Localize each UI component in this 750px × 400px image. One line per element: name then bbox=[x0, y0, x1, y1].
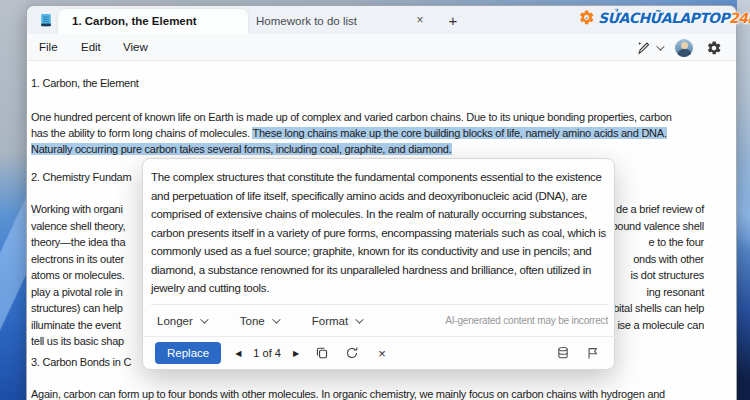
doc-occluded-right-7: rbital shells can help bbox=[610, 300, 704, 316]
dismiss-popup-icon[interactable]: × bbox=[371, 342, 393, 364]
rewrite-line-5: commonly used as a fuel source; graphite… bbox=[151, 242, 607, 261]
doc-paragraph1-line2: has the ability to form long chains of m… bbox=[31, 125, 667, 141]
doc-heading-2: 2. Chemistry Fundam bbox=[31, 169, 131, 185]
doc-occluded-left-8: illuminate the event bbox=[31, 317, 121, 333]
chevron-down-icon bbox=[656, 42, 664, 50]
doc-occluded-right-6: ing resonant bbox=[646, 284, 704, 300]
doc-occluded-left-1: Working with organi bbox=[31, 201, 123, 217]
rewrite-options-row: Longer Tone Format AI-generated content … bbox=[151, 305, 608, 336]
doc-occluded-right-3: e to the four bbox=[649, 234, 704, 250]
stack-icon[interactable] bbox=[552, 342, 574, 364]
format-dropdown[interactable]: Format bbox=[306, 311, 367, 331]
rewrite-action-row: Replace ◀ 1 of 4 ▶ × bbox=[155, 337, 604, 369]
length-dropdown[interactable]: Longer bbox=[151, 311, 212, 331]
previous-suggestion-icon[interactable]: ◀ bbox=[231, 345, 245, 362]
doc-line2-normal: has the ability to form long chains of m… bbox=[31, 127, 252, 139]
doc-occluded-right-8: ise a molecule can bbox=[617, 317, 704, 333]
menu-edit[interactable]: Edit bbox=[73, 34, 109, 61]
doc-paragraph1-line3: Naturally occurring pure carbon takes se… bbox=[31, 141, 452, 157]
desktop-wallpaper-left-strip bbox=[0, 0, 26, 400]
doc-heading-1: 1. Carbon, the Element bbox=[31, 75, 139, 91]
regenerate-icon[interactable] bbox=[341, 342, 363, 364]
new-tab-button[interactable]: + bbox=[442, 10, 464, 32]
rewrite-line-2: and perpetuation of life itself, specifi… bbox=[151, 187, 607, 206]
watermark-logo: SỬACHỮALAPTOP24h.com bbox=[578, 9, 750, 26]
chevron-down-icon bbox=[200, 315, 208, 323]
notepad-app-icon bbox=[39, 13, 53, 27]
desktop-wallpaper: 1. Carbon, the Element Homework to do li… bbox=[0, 0, 750, 400]
doc-line2-selected-text: These long chains make up the core build… bbox=[252, 127, 666, 139]
menu-bar: File Edit View bbox=[27, 34, 736, 61]
rewrite-popup: The complex structures that constitute t… bbox=[142, 158, 615, 370]
flag-icon[interactable] bbox=[582, 342, 604, 364]
notepad-window: 1. Carbon, the Element Homework to do li… bbox=[26, 5, 737, 400]
replace-button[interactable]: Replace bbox=[155, 342, 221, 364]
menu-file[interactable]: File bbox=[31, 34, 66, 61]
tab-inactive-label: Homework to do list bbox=[256, 15, 357, 27]
rewrite-pen-icon bbox=[636, 40, 651, 55]
doc-occluded-right-2: bound valence shell bbox=[612, 218, 705, 234]
doc-occluded-left-9: tell us its basic shap bbox=[31, 333, 124, 349]
doc-occluded-left-5: atoms or molecules. bbox=[31, 267, 125, 283]
copy-icon[interactable] bbox=[311, 342, 333, 364]
chevron-down-icon bbox=[355, 315, 363, 323]
watermark-text: SỬACHỮALAPTOP24h.com bbox=[598, 10, 750, 26]
format-dropdown-label: Format bbox=[312, 315, 348, 327]
rewrite-line-4: carbon presents itself in a variety of p… bbox=[151, 224, 607, 243]
doc-occluded-right-5: is dot structures bbox=[631, 267, 704, 283]
doc-occluded-left-2: valence shell theory, bbox=[31, 218, 125, 234]
rewrite-line-7: jewelry and cutting tools. bbox=[151, 279, 607, 298]
tab-active-label: 1. Carbon, the Element bbox=[72, 15, 197, 27]
doc-occluded-right-1: de a brief review of bbox=[616, 201, 704, 217]
close-icon: × bbox=[416, 13, 423, 27]
doc-occluded-left-4: electrons in its outer bbox=[31, 251, 124, 267]
doc-paragraph1-line1: One hundred percent of known life on Ear… bbox=[31, 109, 672, 125]
doc-heading-3: 3. Carbon Bonds in C bbox=[31, 354, 131, 370]
tab-close-button[interactable]: × bbox=[410, 11, 430, 31]
account-avatar[interactable] bbox=[675, 39, 693, 57]
doc-occluded-left-3: theory—the idea tha bbox=[31, 234, 125, 250]
doc-paragraph4-line1: Again, carbon can form up to four bonds … bbox=[31, 386, 665, 400]
doc-occluded-left-6: play a pivotal role in bbox=[31, 284, 123, 300]
chevron-down-icon bbox=[272, 315, 280, 323]
doc-line3-selected-text: Naturally occurring pure carbon takes se… bbox=[31, 143, 452, 155]
rewrite-suggestion-text: The complex structures that constitute t… bbox=[151, 168, 607, 298]
ai-disclaimer-text: AI-generated content may be incorrect bbox=[445, 315, 608, 326]
logo-gear-icon bbox=[578, 9, 595, 26]
menu-view[interactable]: View bbox=[115, 34, 156, 61]
rewrite-line-6: diamond, a substance renowned for its un… bbox=[151, 261, 607, 280]
tone-dropdown[interactable]: Tone bbox=[234, 311, 284, 331]
rewrite-dropdown-button[interactable] bbox=[636, 40, 662, 55]
plus-icon: + bbox=[449, 12, 458, 29]
doc-occluded-right-4: onds with other bbox=[633, 251, 704, 267]
settings-gear-icon[interactable] bbox=[706, 40, 722, 56]
watermark-text-blue: SỬACHỮALAPTOP bbox=[598, 10, 729, 26]
rewrite-line-1: The complex structures that constitute t… bbox=[151, 168, 607, 187]
length-dropdown-label: Longer bbox=[157, 315, 193, 327]
rewrite-line-3: comprised of extensive chains of molecul… bbox=[151, 205, 607, 224]
desktop-wallpaper-right-strip bbox=[737, 0, 750, 400]
next-suggestion-icon[interactable]: ▶ bbox=[289, 345, 303, 362]
doc-occluded-left-7: structures) can help bbox=[31, 300, 123, 316]
tone-dropdown-label: Tone bbox=[240, 315, 265, 327]
page-indicator: 1 of 4 bbox=[245, 347, 289, 359]
watermark-text-orange: 24h.com bbox=[729, 10, 750, 26]
tab-carbon-the-element[interactable]: 1. Carbon, the Element bbox=[58, 9, 248, 34]
